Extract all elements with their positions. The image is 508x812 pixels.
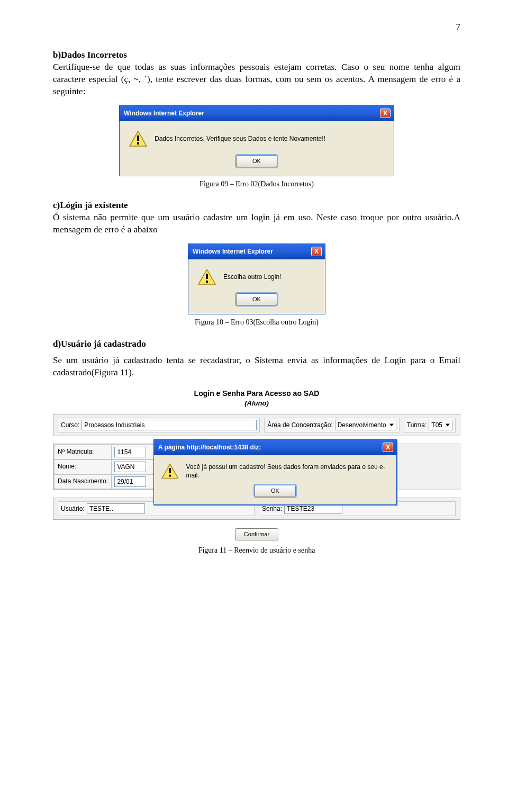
usuario-input[interactable] <box>87 503 145 514</box>
data-label: Data Nascimento: <box>54 474 112 489</box>
matricula-input[interactable] <box>114 447 146 457</box>
dialog-escolha-login: Windows Internet Explorer X Escolha outr… <box>188 243 325 314</box>
warning-icon <box>198 269 216 285</box>
nome-label: Nome: <box>54 459 112 474</box>
svg-rect-1 <box>137 136 139 141</box>
page-number: 7 <box>53 21 460 33</box>
svg-rect-7 <box>169 468 171 473</box>
section-c-text: Ó sistema não permite que um usuário cad… <box>53 212 460 234</box>
senha-label: Senha: <box>262 504 282 513</box>
senha-input[interactable] <box>284 503 342 514</box>
turma-select[interactable]: T05 <box>429 420 452 430</box>
svg-rect-2 <box>137 142 139 145</box>
section-b: b)Dados Incorretos Certifique-se de que … <box>53 49 460 98</box>
dialog-title-text: Windows Internet Explorer <box>124 109 204 118</box>
confirmar-button[interactable]: Confirmar <box>235 528 278 540</box>
dialog-ja-possui-cadastro: A página http://localhost:1438 diz: X Vo… <box>153 439 397 505</box>
sad-form: Login e Senha Para Acesso ao SAD (Aluno)… <box>53 389 460 540</box>
dialog-title-text: Windows Internet Explorer <box>193 247 273 256</box>
section-c-heading: c)Lógin já existente <box>53 200 128 210</box>
close-icon[interactable]: X <box>383 443 393 452</box>
figure-10-caption: Figura 10 – Erro 03(Escolha outro Login) <box>53 318 460 328</box>
close-icon[interactable]: X <box>311 247 322 256</box>
row-curso: Curso: Área de Concentração: Desenvolvim… <box>53 414 460 436</box>
area-select[interactable]: Desenvolvimento <box>335 420 396 430</box>
data-input[interactable] <box>114 476 146 487</box>
form-title: Login e Senha Para Acesso ao SAD <box>53 389 460 399</box>
usuario-label: Usuário: <box>61 504 85 513</box>
dialog-message: Escolha outro Login! <box>223 273 281 281</box>
curso-input[interactable] <box>81 420 257 430</box>
turma-label: Turma: <box>407 421 427 429</box>
ok-button[interactable]: OK <box>255 485 296 497</box>
svg-rect-4 <box>206 274 208 279</box>
figure-11-caption: Figura 11 – Reenvio de usuário e senha <box>53 546 460 556</box>
section-d-text: Se um usuário já cadastrado tenta se rec… <box>53 355 460 379</box>
dialog-dados-incorretos: Windows Internet Explorer X Dados Incorr… <box>119 105 394 176</box>
nome-input[interactable] <box>114 462 146 472</box>
section-d-heading: d)Usuário já cadastrado <box>53 339 146 349</box>
curso-label: Curso: <box>61 421 79 429</box>
ok-button[interactable]: OK <box>236 293 277 305</box>
dialog-titlebar: Windows Internet Explorer X <box>120 106 394 121</box>
section-b-text: Certifique-se de que todas as suas infor… <box>53 62 460 96</box>
dialog-message: Dados Incorretos. Verifique seus Dados e… <box>155 134 325 143</box>
matricula-label: Nº Matricula: <box>54 445 112 459</box>
dialog-message: Você já possui um cadastro! Seus dados f… <box>186 463 389 480</box>
close-icon[interactable]: X <box>380 109 391 118</box>
dialog-titlebar: A página http://localhost:1438 diz: X <box>154 440 396 455</box>
dialog-title-text: A página http://localhost:1438 diz: <box>158 443 261 452</box>
svg-rect-5 <box>206 281 208 283</box>
section-b-heading: b)Dados Incorretos <box>53 50 127 60</box>
form-subtitle: (Aluno) <box>53 399 460 408</box>
svg-rect-8 <box>169 475 171 477</box>
figure-09-caption: Figura 09 – Erro 02(Dados Incorretos) <box>53 179 460 190</box>
dialog-titlebar: Windows Internet Explorer X <box>188 244 325 259</box>
warning-icon <box>129 131 147 147</box>
area-label: Área de Concentração: <box>267 421 332 429</box>
section-c: c)Lógin já existente Ó sistema não permi… <box>53 200 460 236</box>
warning-icon <box>161 463 178 479</box>
ok-button[interactable]: OK <box>236 155 277 167</box>
